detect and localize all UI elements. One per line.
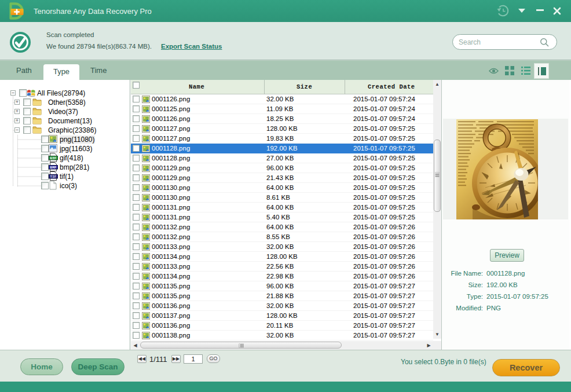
svg-text:BMP: BMP: [50, 166, 56, 170]
svg-text:TIF: TIF: [50, 175, 56, 179]
svg-text:GIF: GIF: [50, 156, 56, 160]
